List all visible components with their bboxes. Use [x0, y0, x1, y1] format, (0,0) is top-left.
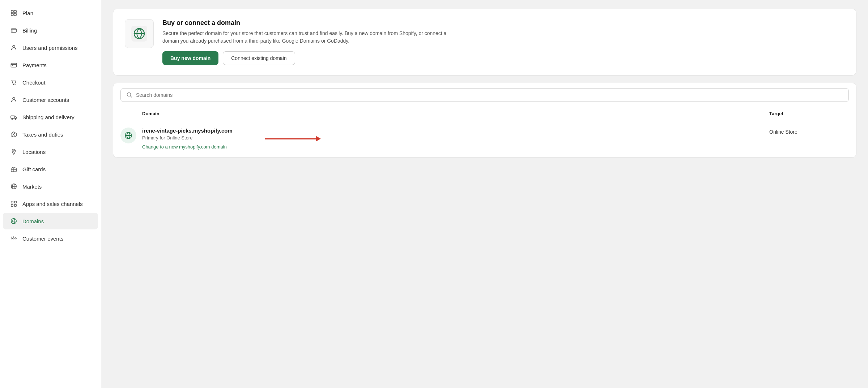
search-field[interactable] [120, 88, 849, 102]
sidebar-item-customer-events[interactable]: Customer events [3, 230, 98, 247]
svg-point-6 [13, 46, 15, 48]
svg-rect-7 [11, 63, 16, 67]
svg-rect-0 [11, 10, 13, 13]
promo-actions: Buy new domain Connect existing domain [162, 51, 844, 65]
domain-row-arrow-annotation [265, 136, 321, 142]
change-myshopify-domain-link[interactable]: Change to a new myshopify.com domain [142, 144, 227, 150]
billing-icon [10, 27, 17, 34]
promo-content: Buy or connect a domain Secure the perfe… [162, 19, 844, 65]
customer-events-icon [10, 235, 17, 242]
svg-rect-2 [11, 13, 13, 16]
sidebar-item-locations-label: Locations [22, 149, 46, 155]
sidebar-item-billing-label: Billing [22, 27, 37, 34]
svg-rect-21 [11, 201, 13, 203]
sidebar-item-locations[interactable]: Locations [3, 143, 98, 160]
domain-sub: Primary for Online Store [142, 135, 769, 141]
sidebar-item-plan[interactable]: Plan [3, 5, 98, 21]
svg-point-18 [13, 150, 14, 152]
sidebar-item-checkout-label: Checkout [22, 79, 45, 86]
payments-icon [10, 61, 17, 69]
sidebar-item-gift-cards-label: Gift cards [22, 166, 46, 172]
domain-target: Online Store [769, 128, 849, 135]
svg-text:www: www [137, 27, 142, 30]
svg-rect-24 [14, 204, 16, 206]
promo-icon-wrap: www [125, 19, 154, 48]
svg-point-9 [13, 84, 14, 85]
gift-card-icon [10, 165, 17, 173]
sidebar-item-customer-accounts-label: Customer accounts [22, 97, 69, 103]
svg-rect-23 [11, 204, 13, 206]
table-row[interactable]: irene-vintage-picks.myshopify.com Primar… [113, 120, 856, 158]
svg-point-5 [12, 31, 13, 31]
customer-accounts-icon [10, 96, 17, 103]
users-icon [10, 44, 17, 51]
svg-rect-8 [12, 65, 13, 66]
svg-rect-22 [14, 201, 16, 203]
table-header: Domain Target [113, 107, 856, 120]
col-target-header: Target [769, 111, 849, 116]
search-input[interactable] [136, 92, 843, 98]
location-icon [10, 148, 17, 155]
sidebar-item-shipping[interactable]: Shipping and delivery [3, 109, 98, 125]
domain-info: irene-vintage-picks.myshopify.com Primar… [142, 128, 769, 150]
sidebar-item-payments[interactable]: Payments [3, 57, 98, 73]
svg-rect-1 [14, 10, 16, 13]
col-domain-header: Domain [142, 111, 769, 116]
sidebar-item-customer-events-label: Customer events [22, 236, 63, 242]
checkout-icon [10, 79, 17, 86]
svg-rect-3 [14, 13, 16, 16]
sidebar-item-users[interactable]: Users and permissions [3, 39, 98, 56]
promo-title: Buy or connect a domain [162, 19, 844, 27]
sidebar-item-payments-label: Payments [22, 62, 47, 68]
plan-icon [10, 9, 17, 17]
svg-rect-4 [11, 29, 16, 33]
svg-point-13 [12, 118, 13, 120]
www-globe-icon: www [130, 24, 149, 43]
svg-point-11 [13, 98, 15, 100]
sidebar: Plan Billing Users and permissions [0, 0, 101, 388]
domains-card: Domain Target irene-vintage-picks.myshop… [113, 83, 856, 158]
sidebar-item-users-label: Users and permissions [22, 45, 78, 51]
svg-point-14 [15, 118, 16, 120]
sidebar-item-checkout[interactable]: Checkout [3, 74, 98, 91]
sidebar-item-taxes[interactable]: Taxes and duties [3, 126, 98, 143]
sidebar-item-markets-label: Markets [22, 184, 42, 190]
sidebar-item-apps-label: Apps and sales channels [22, 201, 83, 207]
sidebar-item-markets[interactable]: Markets [3, 178, 98, 195]
promo-card: www Buy or connect a domain Secure the p… [113, 9, 856, 76]
sidebar-item-apps[interactable]: Apps and sales channels [3, 195, 98, 212]
domain-name: irene-vintage-picks.myshopify.com [142, 128, 769, 134]
search-icon [127, 92, 132, 98]
sidebar-item-customer-accounts[interactable]: Customer accounts [3, 91, 98, 108]
svg-point-17 [14, 135, 15, 135]
domains-icon [10, 217, 17, 225]
svg-point-10 [14, 84, 15, 85]
svg-point-16 [13, 133, 13, 134]
sidebar-item-gift-cards[interactable]: Gift cards [3, 161, 98, 177]
buy-new-domain-button[interactable]: Buy new domain [162, 51, 218, 65]
shipping-icon [10, 113, 17, 121]
sidebar-item-domains[interactable]: Domains [3, 213, 98, 229]
taxes-icon [10, 131, 17, 138]
svg-rect-12 [11, 116, 15, 118]
connect-existing-domain-button[interactable]: Connect existing domain [223, 51, 295, 65]
sidebar-item-shipping-label: Shipping and delivery [22, 114, 74, 120]
sidebar-item-domains-label: Domains [22, 218, 44, 224]
main-content: www Buy or connect a domain Secure the p… [101, 0, 868, 388]
sidebar-item-taxes-label: Taxes and duties [22, 132, 63, 138]
apps-icon [10, 200, 17, 207]
markets-icon [10, 183, 17, 190]
promo-description: Secure the perfect domain for your store… [162, 30, 459, 45]
domain-row-icon [120, 128, 136, 143]
sidebar-item-billing[interactable]: Billing [3, 22, 98, 39]
search-wrap [113, 83, 856, 107]
sidebar-item-plan-label: Plan [22, 10, 33, 16]
